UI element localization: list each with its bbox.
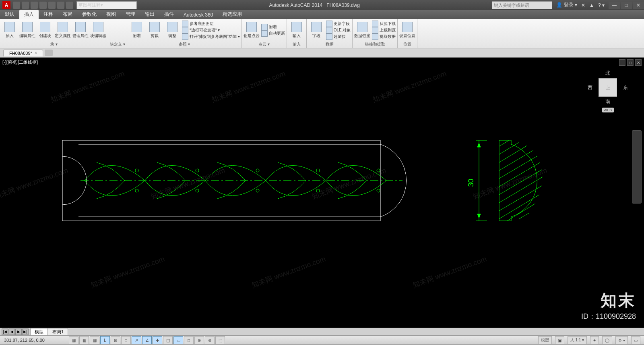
exchange-icon[interactable]: ✕: [581, 2, 585, 8]
new-tab-button[interactable]: [45, 50, 53, 56]
ribbon-panel-title[interactable]: 块 ▾: [2, 41, 106, 47]
ribbon-tab[interactable]: 管理: [121, 10, 140, 19]
ribbon-button[interactable]: 创建点云: [244, 21, 260, 40]
viewcube-top[interactable]: 上: [599, 78, 617, 97]
qat-print-icon[interactable]: [48, 2, 56, 9]
status-toggle[interactable]: L: [100, 336, 110, 344]
drawing-canvas[interactable]: [-][俯视][二维线框] — □ ✕ 北 西 上 东 南 WCS 知未网 ww…: [0, 58, 644, 328]
ribbon-panel-title[interactable]: 链接和提取: [354, 41, 396, 47]
ribbon-small-button[interactable]: 超链接: [326, 34, 351, 40]
ribbon-button[interactable]: 编辑属性: [19, 21, 35, 40]
viewcube-north[interactable]: 北: [588, 70, 628, 77]
ribbon-button[interactable]: 创建块: [37, 21, 53, 40]
status-toggle[interactable]: ✚: [153, 336, 162, 344]
viewcube-east[interactable]: 东: [623, 84, 628, 91]
status-right-button[interactable]: ▣: [555, 336, 564, 344]
status-toggle[interactable]: ⊕: [194, 336, 204, 344]
app-logo[interactable]: A: [2, 1, 10, 9]
status-toggle[interactable]: ∠: [142, 336, 152, 344]
qat-open-icon[interactable]: [22, 2, 29, 9]
status-toggle[interactable]: ▦: [90, 336, 99, 344]
status-right-button[interactable]: 人 1:1 ▾: [568, 336, 587, 344]
layout-tab[interactable]: 模型: [30, 328, 48, 335]
layout-nav-button[interactable]: |◀: [2, 328, 8, 335]
maximize-button[interactable]: □: [621, 2, 632, 9]
status-toggle[interactable]: ⊞: [111, 336, 120, 344]
vp-minimize-button[interactable]: —: [619, 59, 625, 66]
ribbon-tab[interactable]: 精选应用: [218, 10, 247, 19]
ribbon-button[interactable]: 管理属性: [72, 21, 89, 40]
status-toggle[interactable]: ▦: [79, 336, 89, 344]
status-right-button[interactable]: 模型: [538, 336, 552, 344]
ribbon-small-button[interactable]: 提取数据: [372, 34, 396, 40]
ribbon-button[interactable]: 数据链接: [354, 21, 370, 40]
ribbon-panel-title[interactable]: 点云 ▾: [244, 41, 285, 47]
layout-nav-button[interactable]: ▶|: [22, 328, 29, 335]
status-right-button[interactable]: ▭: [631, 336, 640, 344]
ribbon-panel-title[interactable]: 数据: [308, 41, 351, 47]
qat-save-icon[interactable]: [31, 2, 38, 9]
viewcube-south[interactable]: 南: [588, 98, 628, 105]
ribbon-button[interactable]: 附着: [129, 21, 145, 40]
close-button[interactable]: ✕: [633, 2, 644, 9]
ribbon-tab[interactable]: 参数化: [77, 10, 101, 19]
ribbon-small-button[interactable]: OLE 对象: [326, 27, 351, 33]
status-right-button[interactable]: ✦: [590, 336, 599, 344]
ribbon-small-button[interactable]: 自动更新: [261, 31, 285, 37]
status-toggle[interactable]: ⬚: [215, 336, 225, 344]
status-toggle[interactable]: ▦: [69, 336, 78, 344]
ribbon-small-button[interactable]: 参考底图图层: [182, 21, 240, 27]
qat-redo-icon[interactable]: [66, 2, 73, 9]
qat-saveas-icon[interactable]: [39, 2, 47, 9]
ribbon-small-button[interactable]: 附着: [261, 24, 285, 30]
status-right-button[interactable]: ⚙ ▾: [615, 336, 628, 344]
status-toggle[interactable]: □: [121, 336, 131, 344]
help-icon[interactable]: ? ▾: [598, 2, 605, 8]
view-cube[interactable]: 北 西 上 东 南 WCS: [588, 70, 628, 118]
minimize-button[interactable]: —: [609, 2, 620, 9]
layout-tab[interactable]: 布局1: [48, 328, 68, 335]
ribbon-tab[interactable]: 默认: [0, 10, 19, 19]
ribbon-button[interactable]: 字段: [308, 21, 324, 40]
qat-undo-icon[interactable]: [57, 2, 64, 9]
vp-close-button[interactable]: ✕: [635, 59, 642, 66]
status-toggle[interactable]: □: [184, 336, 194, 344]
ribbon-tab[interactable]: 输出: [140, 10, 159, 19]
ribbon-button[interactable]: 调整: [164, 21, 180, 40]
qat-new-icon[interactable]: [13, 2, 20, 9]
layout-nav-button[interactable]: ▶: [15, 328, 22, 335]
ribbon-small-button[interactable]: 打开"捕捉到参考底图"功能 ▾: [182, 34, 240, 40]
ribbon-tab[interactable]: Autodesk 360: [179, 11, 218, 19]
search-input[interactable]: [492, 1, 552, 9]
ribbon-tab[interactable]: 注释: [39, 10, 58, 19]
ribbon-button[interactable]: 插入: [2, 21, 18, 40]
ribbon-button[interactable]: 块编辑器: [90, 21, 106, 40]
viewport-label[interactable]: [-][俯视][二维线框]: [2, 59, 38, 65]
ribbon-tab[interactable]: 插入: [19, 10, 39, 19]
status-toggle[interactable]: ⊕: [205, 336, 215, 344]
wcs-label[interactable]: WCS: [602, 108, 614, 112]
ribbon-panel-title[interactable]: 块定义 ▾: [110, 41, 125, 47]
status-toggle[interactable]: ↗: [132, 336, 141, 344]
ribbon-tab[interactable]: 布局: [58, 10, 77, 19]
status-toggle[interactable]: ◫: [163, 336, 173, 344]
ribbon-button[interactable]: 输入: [289, 21, 305, 40]
status-toggle[interactable]: ▭: [173, 336, 183, 344]
navigation-bar[interactable]: [632, 130, 642, 204]
ribbon-small-button[interactable]: *边框可变选项* ▾: [182, 27, 240, 33]
layout-nav-button[interactable]: ◀: [8, 328, 15, 335]
workspace-selector[interactable]: 草图与注释 ▾: [76, 1, 137, 9]
signin-button[interactable]: 👤 登录 ▾: [556, 2, 577, 8]
ribbon-small-button[interactable]: 更新字段: [326, 21, 351, 27]
ribbon-tab[interactable]: 插件: [159, 10, 179, 19]
ribbon-tab[interactable]: 视图: [101, 10, 121, 19]
status-right-button[interactable]: ◯: [602, 336, 612, 344]
a360-icon[interactable]: ▲: [589, 2, 594, 8]
file-tab[interactable]: FH08A039* ×: [3, 50, 43, 56]
ribbon-button[interactable]: 剪裁: [147, 21, 163, 40]
ribbon-small-button[interactable]: 上载到源: [372, 27, 396, 33]
ribbon-panel-title[interactable]: 参照 ▾: [129, 41, 240, 47]
ribbon-panel-title[interactable]: 输入: [289, 41, 305, 47]
ribbon-small-button[interactable]: 从源下载: [372, 21, 396, 27]
viewcube-west[interactable]: 西: [588, 84, 592, 91]
